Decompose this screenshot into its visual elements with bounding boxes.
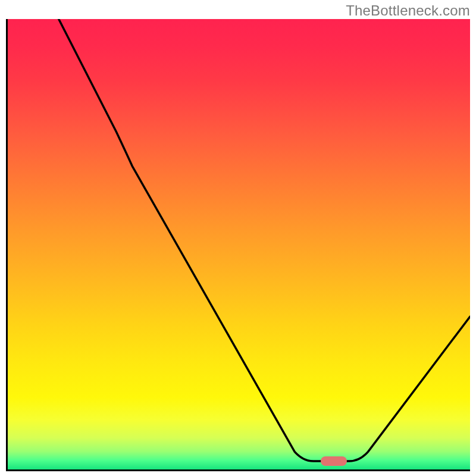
chart-canvas: TheBottleneck.com (0, 0, 476, 476)
optimal-marker (321, 456, 347, 466)
curve-path (59, 19, 470, 461)
plot-area (6, 19, 470, 471)
watermark-text: TheBottleneck.com (346, 2, 470, 19)
bottleneck-curve (8, 19, 470, 469)
